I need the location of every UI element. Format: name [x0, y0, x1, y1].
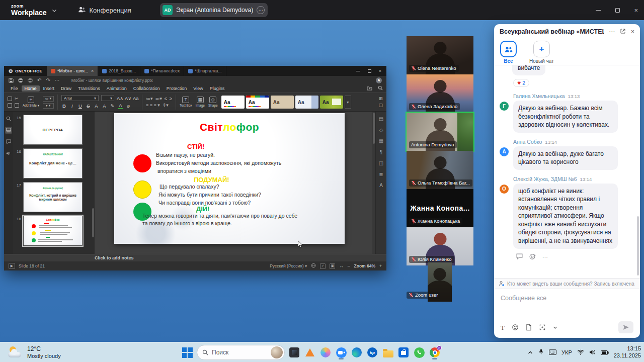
- slides-panel-icon[interactable]: [5, 127, 12, 134]
- chart-settings-icon[interactable]: ≣: [379, 171, 383, 177]
- textart-settings-icon[interactable]: A: [379, 183, 383, 188]
- doc-tab-presentation[interactable]: *Мобінг - шля...×: [47, 66, 98, 76]
- highlight-color-button[interactable]: ✎: [110, 104, 115, 109]
- onlyoffice-logo[interactable]: ⚙ONLYOFFICE: [4, 66, 47, 76]
- close-icon[interactable]: ×: [379, 68, 381, 73]
- taskbar-app-copilot[interactable]: [319, 345, 332, 359]
- doc-tab-2[interactable]: 2018_Базов...: [98, 66, 140, 76]
- maximize-icon[interactable]: [615, 8, 620, 13]
- menu-protection[interactable]: Protection: [164, 85, 190, 92]
- theme-thumbnail-3[interactable]: Aa: [271, 96, 294, 109]
- spellcheck-icon[interactable]: ✓: [320, 263, 326, 269]
- more-actions-icon[interactable]: ⋯: [542, 254, 548, 260]
- theme-gallery-expand-icon[interactable]: ▾: [345, 96, 351, 109]
- participant-tile-zhanna-konopatska[interactable]: Жанна Конопа... Жанна Конопацька: [407, 189, 473, 227]
- menu-insert[interactable]: Insert: [40, 85, 58, 92]
- zoom-in-icon[interactable]: +: [379, 263, 382, 268]
- shape-settings-icon[interactable]: ◇: [379, 127, 383, 133]
- tab-all-chats[interactable]: Все: [500, 41, 517, 64]
- close-tab-icon[interactable]: ×: [91, 68, 94, 73]
- pop-out-icon[interactable]: [620, 28, 626, 35]
- account-avatar[interactable]: A: [376, 77, 382, 83]
- thumbnail-row[interactable]: 15 ПЕРЕРВА: [14, 115, 92, 145]
- thumbnails-scrollbar[interactable]: [92, 208, 94, 237]
- chevron-down-icon[interactable]: [52, 6, 57, 15]
- message-author[interactable]: Анна Собко: [513, 139, 542, 145]
- search-icon[interactable]: [5, 115, 12, 122]
- strikethrough-button[interactable]: S: [86, 104, 91, 109]
- message-author[interactable]: Олексій Жужа, ЗДМШ №6: [513, 176, 577, 182]
- new-chat-button[interactable]: + Новый чат: [529, 41, 554, 64]
- paste-icon[interactable]: [8, 103, 12, 108]
- tab-meeting[interactable]: Конференция: [78, 6, 131, 14]
- attach-file-icon[interactable]: [526, 324, 532, 331]
- decrease-font-icon[interactable]: A∨: [125, 96, 130, 101]
- battery-icon[interactable]: [601, 348, 609, 357]
- participant-tile-olha-tymofiivna[interactable]: Ольга Тимофіївна Баг...: [407, 151, 473, 189]
- slide-18[interactable]: Світлофор СТІЙ! Візьми паузу, не реагуй.…: [114, 113, 345, 244]
- change-case-icon[interactable]: Aa: [133, 96, 138, 101]
- line-spacing-icon[interactable]: ⇕▾: [163, 103, 169, 108]
- zoom-workplace-logo[interactable]: zoom Workplace: [11, 4, 47, 16]
- format-painter-icon[interactable]: [15, 103, 19, 108]
- chat-scrollbar[interactable]: [637, 216, 639, 276]
- chat-message-list[interactable]: вибачте ♥ 2 Г Галина Хмельницька13:13 Дя…: [494, 65, 640, 278]
- slide-size-icon[interactable]: ⊞: [379, 97, 383, 101]
- taskbar-app-store[interactable]: [397, 345, 410, 359]
- start-slideshow-icon[interactable]: ▶: [9, 263, 15, 269]
- numbering-icon[interactable]: ≕▾: [155, 97, 162, 101]
- slide-settings-icon[interactable]: ▤: [379, 116, 383, 122]
- insert-image-button[interactable]: ▦ Image: [196, 97, 205, 107]
- add-reaction-icon[interactable]: [529, 253, 536, 261]
- menu-plugins[interactable]: Plugins: [207, 85, 228, 92]
- thumbnail-row[interactable]: 18 Світлофор: [14, 216, 92, 246]
- decrease-indent-icon[interactable]: ≤: [165, 97, 167, 101]
- slide-16-thumbnail[interactable]: НАЛАШТУВАННЯ Конфлікт для мене - це…: [23, 148, 83, 178]
- menu-collaboration[interactable]: Collaboration: [130, 85, 163, 92]
- open-file-location-icon[interactable]: [367, 86, 372, 92]
- font-size-dropdown[interactable]: ▾: [101, 95, 114, 101]
- start-slideshow-dropdown[interactable]: ▸ ▾: [43, 103, 54, 109]
- tab-shared-screen[interactable]: AD Экран (Antonina Demydova) ⋯: [160, 3, 268, 17]
- insert-text-box-button[interactable]: T Text Box: [180, 97, 192, 107]
- quick-print-icon[interactable]: [28, 78, 33, 83]
- participant-tile-olena-zadykhailo[interactable]: Олена Задихайло: [407, 74, 473, 113]
- subscript-button[interactable]: A: [102, 104, 107, 109]
- weather-widget[interactable]: 12°C Mostly cloudy: [5, 342, 64, 362]
- more-icon[interactable]: ⋯: [55, 78, 60, 83]
- slide-15-thumbnail[interactable]: ПЕРЕРВА: [23, 115, 83, 145]
- volume-icon[interactable]: [589, 348, 596, 357]
- font-name-dropdown[interactable]: Arial▾: [61, 95, 99, 101]
- taskbar-app-whatsapp[interactable]: [413, 345, 425, 359]
- menu-view[interactable]: View: [190, 85, 206, 92]
- theme-thumbnail-4[interactable]: Aa: [295, 96, 318, 109]
- language-selector[interactable]: Русский (Россия) ▾: [270, 263, 307, 268]
- save-icon[interactable]: [9, 78, 14, 83]
- spellcheck-language-icon[interactable]: [311, 263, 316, 269]
- underline-button[interactable]: U: [77, 104, 83, 109]
- undo-icon[interactable]: ↶: [37, 78, 41, 83]
- menu-file[interactable]: File: [8, 85, 21, 92]
- chat-input[interactable]: Сообщение все: [494, 289, 640, 302]
- search-icon[interactable]: [378, 85, 383, 92]
- menu-home[interactable]: Home: [22, 85, 40, 92]
- theme-thumbnail-5[interactable]: Aa: [320, 96, 343, 109]
- thumbnail-row[interactable]: 17 Вправа (в групах) Конфлікт, котрий я …: [14, 182, 92, 212]
- taskbar-app-vlc[interactable]: [304, 345, 316, 359]
- touch-keyboard-icon[interactable]: [549, 348, 556, 357]
- increase-indent-icon[interactable]: ≥: [170, 97, 172, 101]
- select-tool-icon[interactable]: ▢: [378, 103, 383, 108]
- superscript-button[interactable]: A: [94, 104, 99, 109]
- screenshot-icon[interactable]: [539, 324, 546, 331]
- canvas-scrollbar[interactable]: [372, 112, 375, 254]
- participant-tile-antonina-demydova[interactable]: Antonina Demydova: [407, 113, 473, 151]
- insert-shape-button[interactable]: ◇ Shape: [208, 97, 218, 107]
- menu-transitions[interactable]: Transitions: [75, 85, 103, 92]
- format-text-icon[interactable]: T: [501, 324, 505, 331]
- search-box[interactable]: Поиск: [197, 345, 285, 360]
- copy-icon[interactable]: [8, 97, 12, 101]
- tray-expand-icon[interactable]: [527, 348, 533, 357]
- increase-font-icon[interactable]: A∧: [117, 96, 122, 101]
- notes-area[interactable]: Click to add notes: [4, 254, 386, 261]
- thumbnail-row[interactable]: 16 НАЛАШТУВАННЯ Конфлікт для мене - це…: [14, 148, 92, 178]
